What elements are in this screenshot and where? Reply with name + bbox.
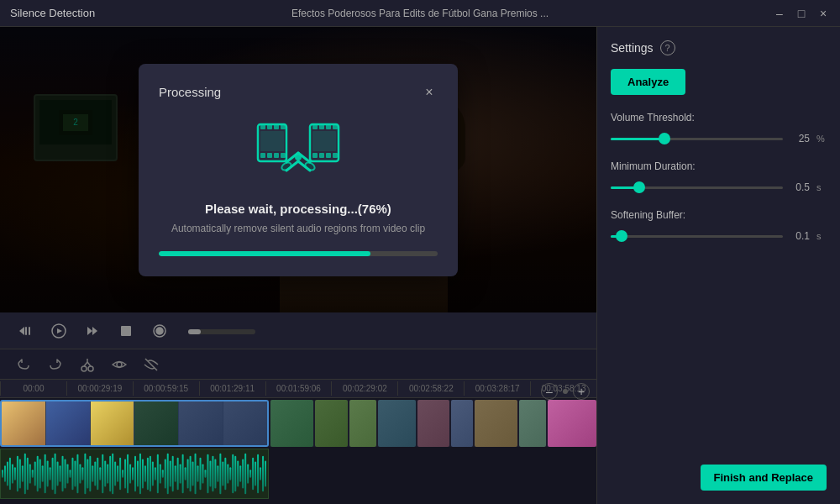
svg-rect-114 xyxy=(160,464,161,483)
track-segment-4[interactable] xyxy=(378,400,416,447)
zoom-in-button[interactable]: + xyxy=(573,383,590,400)
modal-title: Processing xyxy=(159,85,221,99)
timeline-mark-3: 00:01:29:11 xyxy=(199,381,265,396)
softening-buffer-slider[interactable] xyxy=(611,228,783,244)
svg-rect-122 xyxy=(180,464,181,483)
track-segments-right xyxy=(270,400,596,447)
eye-button[interactable] xyxy=(109,354,129,375)
svg-rect-67 xyxy=(42,465,44,481)
track-segment-5[interactable] xyxy=(417,400,449,447)
minimum-duration-thumb[interactable] xyxy=(633,181,645,193)
svg-rect-98 xyxy=(119,458,121,491)
svg-rect-135 xyxy=(212,456,213,492)
svg-rect-142 xyxy=(229,467,231,480)
record-button[interactable] xyxy=(148,319,171,343)
track-segment-9[interactable] xyxy=(548,400,596,447)
minimum-duration-slider-row: 0.5 s xyxy=(611,179,827,196)
softening-buffer-track xyxy=(611,235,783,238)
svg-rect-89 xyxy=(97,458,98,491)
svg-rect-133 xyxy=(207,454,208,493)
stop-button[interactable] xyxy=(114,319,138,343)
svg-rect-71 xyxy=(52,458,54,491)
svg-marker-37 xyxy=(87,327,92,335)
volume-threshold-thumb[interactable] xyxy=(659,133,670,144)
softening-buffer-slider-row: 0.1 s xyxy=(611,228,827,244)
svg-rect-85 xyxy=(87,459,88,489)
volume-threshold-unit: % xyxy=(816,134,827,144)
progress-bar xyxy=(159,251,438,256)
skip-back-button[interactable] xyxy=(13,319,37,343)
main-content: 2 Processing × xyxy=(0,27,840,504)
svg-rect-15 xyxy=(319,124,324,129)
maximize-button[interactable]: □ xyxy=(795,7,808,20)
close-button[interactable]: × xyxy=(816,7,830,20)
track-segment-2[interactable] xyxy=(315,400,347,447)
svg-rect-155 xyxy=(262,456,264,492)
settings-title: Settings xyxy=(611,41,654,55)
volume-threshold-group: Volume Threshold: 25 % xyxy=(611,112,827,147)
zoom-out-button[interactable]: – xyxy=(541,383,558,400)
svg-rect-127 xyxy=(192,462,194,486)
audio-track xyxy=(0,449,596,499)
timeline-mark-7: 00:03:28:17 xyxy=(464,381,530,396)
progress-bar-fill xyxy=(159,251,370,256)
finish-and-replace-button[interactable]: Finish and Replace xyxy=(701,465,827,491)
svg-rect-20 xyxy=(326,153,331,158)
svg-rect-11 xyxy=(281,153,286,158)
svg-rect-57 xyxy=(17,456,18,492)
right-panel: Settings ? Analyze Volume Threshold: 25 … xyxy=(596,27,840,504)
volume-threshold-slider[interactable] xyxy=(611,130,783,147)
volume-threshold-slider-row: 25 % xyxy=(611,130,827,147)
video-title: Efectos Poderosos Para Edits de Fútbol G… xyxy=(291,8,549,19)
svg-rect-51 xyxy=(2,470,3,478)
minimum-duration-group: Minimum Duration: 0.5 s xyxy=(611,160,827,196)
play-alt-button[interactable] xyxy=(81,319,104,343)
video-track-selected[interactable] xyxy=(0,400,269,447)
svg-rect-21 xyxy=(333,153,338,158)
svg-rect-43 xyxy=(188,329,201,334)
modal-icon xyxy=(159,118,438,185)
svg-point-49 xyxy=(117,362,122,367)
minimum-duration-slider[interactable] xyxy=(611,179,783,196)
svg-rect-9 xyxy=(267,153,272,158)
svg-rect-129 xyxy=(197,465,199,481)
time-display xyxy=(188,325,255,337)
svg-rect-74 xyxy=(60,465,61,481)
track-segment-1[interactable] xyxy=(270,400,313,447)
svg-rect-128 xyxy=(195,454,197,494)
track-segment-8[interactable] xyxy=(519,400,546,447)
analyze-button[interactable]: Analyze xyxy=(611,69,685,95)
volume-threshold-fill xyxy=(611,138,663,140)
track-segment-3[interactable] xyxy=(349,400,376,447)
svg-rect-111 xyxy=(152,462,154,486)
hide-button[interactable] xyxy=(141,354,161,375)
svg-rect-134 xyxy=(209,461,211,487)
svg-rect-136 xyxy=(214,459,216,489)
cut-button[interactable] xyxy=(77,354,97,375)
undo-button[interactable] xyxy=(13,354,34,375)
volume-threshold-label: Volume Threshold: xyxy=(611,112,827,123)
svg-rect-62 xyxy=(29,464,31,483)
svg-rect-107 xyxy=(142,459,144,489)
track-thumb-2 xyxy=(46,402,90,445)
svg-rect-72 xyxy=(55,454,56,494)
svg-rect-130 xyxy=(200,458,202,491)
track-thumb-3 xyxy=(91,402,134,445)
settings-header: Settings ? xyxy=(611,40,827,55)
play-button[interactable] xyxy=(47,319,71,343)
track-thumb-5 xyxy=(179,402,223,445)
svg-rect-121 xyxy=(177,458,179,491)
modal-close-button[interactable]: × xyxy=(421,84,438,101)
help-icon[interactable]: ? xyxy=(660,40,675,55)
minimize-button[interactable]: – xyxy=(773,7,786,20)
softening-buffer-thumb[interactable] xyxy=(616,230,627,242)
minimum-duration-track xyxy=(611,186,783,189)
zoom-indicator xyxy=(563,389,568,394)
redo-button[interactable] xyxy=(45,354,66,375)
svg-rect-147 xyxy=(242,459,244,489)
svg-rect-73 xyxy=(57,462,59,486)
track-segment-7[interactable] xyxy=(475,400,517,447)
track-segment-6[interactable] xyxy=(451,400,473,447)
svg-rect-17 xyxy=(333,124,338,129)
svg-rect-87 xyxy=(92,465,93,481)
